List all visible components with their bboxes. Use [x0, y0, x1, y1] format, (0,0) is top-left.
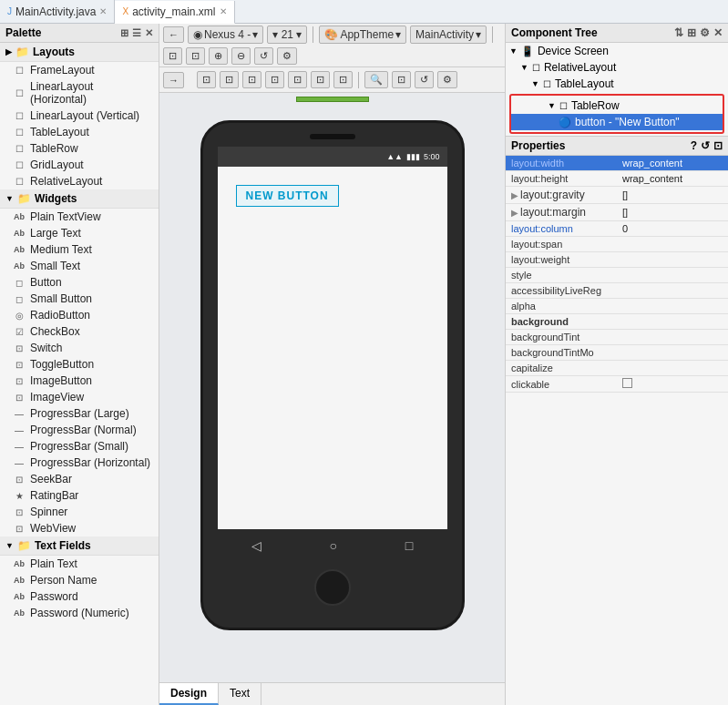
tab-activity-xml-close[interactable]: ✕ [220, 6, 227, 16]
toolbar-nav-back[interactable]: ← [163, 26, 184, 43]
palette-item-checkbox[interactable]: ☑ CheckBox [0, 323, 159, 340]
toolbar-api-selector[interactable]: ▾ 21 ▾ [267, 26, 307, 44]
tree-sort-icon[interactable]: ⇅ [674, 26, 683, 39]
tree-settings-icon[interactable]: ⚙ [700, 26, 710, 39]
palette-item-large-text[interactable]: Ab Large Text [0, 225, 159, 241]
palette-close-icon[interactable]: ✕ [145, 27, 153, 39]
prop-row-capitalize[interactable]: capitalize [506, 361, 728, 376]
prop-row-style[interactable]: style [506, 268, 728, 283]
palette-list-icon[interactable]: ☰ [132, 27, 141, 39]
palette-item-imagebutton[interactable]: ⊡ ImageButton [0, 373, 159, 389]
props-question-icon[interactable]: ? [691, 139, 697, 152]
palette-item-tablelayout[interactable]: ☐ TableLayout [0, 124, 159, 140]
prop-row-layout-gravity[interactable]: ▶ layout:gravity [] [506, 187, 728, 204]
toolbar-gear[interactable]: ⚙ [437, 71, 457, 88]
toolbar-refresh-2[interactable]: ↺ [415, 71, 434, 88]
toolbar-zoom[interactable]: 🔍 [364, 71, 388, 88]
palette-item-small-button[interactable]: ◻ Small Button [0, 291, 159, 307]
prop-row-layout-weight[interactable]: layout:weight [506, 252, 728, 268]
palette-item-plain-textview[interactable]: Ab Plain TextView [0, 209, 159, 225]
tab-design[interactable]: Design [159, 683, 219, 705]
palette-item-relativelayout[interactable]: ☐ RelativeLayout [0, 173, 159, 189]
toolbar-theme-selector[interactable]: 🎨 AppTheme ▾ [319, 26, 406, 44]
prop-row-clickable[interactable]: clickable [506, 376, 728, 393]
palette-item-framelayout[interactable]: ☐ FrameLayout [0, 62, 159, 78]
plain-textview-label: Plain TextView [30, 210, 101, 223]
prop-row-background-tint[interactable]: backgroundTint [506, 330, 728, 345]
palette-item-imageview[interactable]: ⊡ ImageView [0, 389, 159, 405]
clickable-checkbox[interactable] [622, 378, 632, 388]
toolbar-nav-forward[interactable]: → [163, 72, 184, 88]
palette-item-linearlayout-v[interactable]: ☐ LinearLayout (Vertical) [0, 107, 159, 124]
toolbar-btn-6[interactable]: ⊡ [311, 71, 330, 88]
toolbar-btn-7[interactable]: ⊡ [333, 71, 353, 88]
palette-item-seekbar[interactable]: ⊡ SeekBar [0, 471, 159, 487]
prop-row-accessibility[interactable]: accessibilityLiveReg [506, 283, 728, 299]
palette-item-password-numeric[interactable]: Ab Password (Numeric) [0, 605, 159, 621]
toolbar-settings[interactable]: ⚙ [277, 47, 297, 65]
prop-row-layout-column[interactable]: layout:column 0 [506, 221, 728, 237]
palette-section-widgets[interactable]: ▼ 📁 Widgets [0, 189, 159, 209]
tab-activity-xml[interactable]: X activity_main.xml ✕ [115, 1, 234, 24]
props-filter-icon[interactable]: ⊡ [713, 139, 723, 152]
tree-item-tablerow[interactable]: ▼ ☐ TableRow [511, 97, 723, 114]
toolbar-device-selector[interactable]: ◉ Nexus 4 - ▾ [188, 26, 263, 44]
palette-item-progressbar-h[interactable]: ― ProgressBar (Horizontal) [0, 455, 159, 471]
prop-row-layout-width[interactable]: layout:width wrap_content [506, 156, 728, 171]
palette-item-togglebutton[interactable]: ⊡ ToggleButton [0, 356, 159, 373]
palette-item-password[interactable]: Ab Password [0, 588, 159, 605]
palette-item-progressbar-large[interactable]: ― ProgressBar (Large) [0, 405, 159, 422]
palette-item-plain-text[interactable]: Ab Plain Text [0, 556, 159, 572]
toolbar-btn-2[interactable]: ⊡ [220, 71, 239, 88]
toolbar-btn-5[interactable]: ⊡ [288, 71, 307, 88]
prop-row-background-tint-mo[interactable]: backgroundTintMo [506, 345, 728, 361]
tab-main-activity[interactable]: J MainActivity.java ✕ [0, 0, 115, 23]
tree-item-relativelayout[interactable]: ▼ ☐ RelativeLayout [506, 59, 728, 76]
prop-row-alpha[interactable]: alpha [506, 299, 728, 314]
palette-item-switch[interactable]: ⊡ Switch [0, 340, 159, 356]
toolbar-btn-3[interactable]: ⊡ [242, 71, 261, 88]
tree-expand-icon[interactable]: ⊞ [687, 26, 696, 39]
palette-item-progressbar-small[interactable]: ― ProgressBar (Small) [0, 438, 159, 455]
nav-back-icon[interactable]: ◁ [251, 538, 261, 553]
tab-text[interactable]: Text [219, 683, 261, 705]
palette-item-radiobutton[interactable]: ◎ RadioButton [0, 307, 159, 323]
prop-row-layout-span[interactable]: layout:span [506, 237, 728, 252]
nav-home-icon[interactable]: ○ [330, 538, 337, 553]
tab-main-activity-close[interactable]: ✕ [99, 6, 107, 16]
palette-item-ratingbar[interactable]: ★ RatingBar [0, 487, 159, 504]
toolbar-btn-1[interactable]: ⊡ [197, 71, 216, 88]
toolbar-activity-selector[interactable]: MainActivity ▾ [410, 26, 487, 44]
palette-section-layouts[interactable]: ▶ 📁 Layouts [0, 43, 159, 62]
palette-item-webview[interactable]: ⊡ WebView [0, 520, 159, 536]
tree-close-icon[interactable]: ✕ [713, 26, 723, 39]
palette-section-textfields[interactable]: ▼ 📁 Text Fields [0, 536, 159, 556]
tree-item-device-screen[interactable]: ▼ 📱 Device Screen [506, 43, 728, 59]
palette-item-person-name[interactable]: Ab Person Name [0, 572, 159, 588]
toolbar-portrait[interactable]: ⊡ [163, 47, 182, 65]
prop-row-background[interactable]: background [506, 314, 728, 330]
tree-item-button[interactable]: 🔵 button - "New Button" [511, 114, 723, 130]
palette-item-spinner[interactable]: ⊡ Spinner [0, 504, 159, 520]
palette-item-button[interactable]: ◻ Button [0, 274, 159, 291]
toolbar-landscape[interactable]: ⊡ [186, 47, 205, 65]
nav-recent-icon[interactable]: □ [405, 538, 413, 553]
toolbar-btn-4[interactable]: ⊡ [265, 71, 284, 88]
palette-item-medium-text[interactable]: Ab Medium Text [0, 241, 159, 258]
palette-item-gridlayout[interactable]: ☐ GridLayout [0, 157, 159, 173]
toolbar-refresh[interactable]: ↺ [254, 47, 273, 65]
prop-row-layout-height[interactable]: layout:height wrap_content [506, 171, 728, 187]
new-button-widget[interactable]: NEW BUTTON [236, 185, 339, 207]
prop-row-layout-margin[interactable]: ▶ layout:margin [] [506, 204, 728, 221]
password-icon: Ab [13, 590, 26, 603]
toolbar-image[interactable]: ⊡ [392, 71, 411, 88]
palette-item-progressbar-normal[interactable]: ― ProgressBar (Normal) [0, 422, 159, 438]
tree-item-tablelayout[interactable]: ▼ ☐ TableLayout [506, 76, 728, 92]
palette-item-small-text[interactable]: Ab Small Text [0, 258, 159, 274]
palette-item-tablerow[interactable]: ☐ TableRow [0, 140, 159, 157]
palette-item-linearlayout-h[interactable]: ☐ LinearLayout (Horizontal) [0, 78, 159, 107]
props-undo-icon[interactable]: ↺ [701, 139, 710, 152]
toolbar-zoom-out[interactable]: ⊖ [231, 47, 251, 65]
toolbar-zoom-in[interactable]: ⊕ [209, 47, 228, 65]
palette-sort-icon[interactable]: ⊞ [120, 27, 128, 39]
